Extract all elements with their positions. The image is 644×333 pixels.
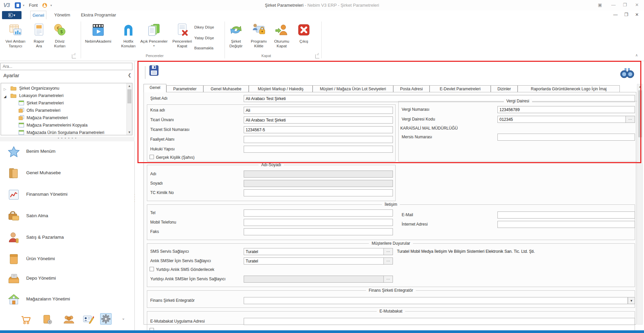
basamakla-button[interactable]: Basamakla bbox=[194, 44, 223, 52]
tab-logo-imaj[interactable]: Raporlarda Görüntülenecek Logo İçin İmaj bbox=[518, 85, 620, 92]
tab-parametreler[interactable]: Parametreler bbox=[166, 85, 203, 92]
hukuki-yapisi-input[interactable] bbox=[244, 146, 393, 153]
splitter-handle[interactable]: • • • • • • bbox=[0, 137, 135, 141]
tab-posta-adresi[interactable]: Posta Adresi bbox=[393, 85, 430, 92]
emutabakat-adresi-input[interactable] bbox=[244, 318, 635, 325]
restore-button[interactable]: ❐ bbox=[620, 2, 629, 8]
mdi-minimize-button[interactable]: — bbox=[611, 12, 620, 18]
dikey-dose-button[interactable]: Dikey Döşe bbox=[194, 23, 223, 31]
acik-pencereler-button[interactable]: Açık Pencereler▾ bbox=[138, 21, 169, 53]
ribbon-tab-yonetim[interactable]: Yönetim bbox=[50, 11, 74, 19]
tree-item[interactable]: Ofis Parametreleri bbox=[1, 107, 127, 114]
collapse-panel-icon[interactable]: ❮ bbox=[128, 73, 131, 78]
ribbon-tab-ekstra-programlar[interactable]: Ekstra Programlar bbox=[78, 11, 119, 19]
mersis-numarasi-input[interactable] bbox=[497, 134, 635, 141]
ribbon-collapse-icon[interactable]: ∧ bbox=[635, 53, 638, 57]
star-icon bbox=[7, 145, 20, 158]
sidebar-item-benim-menum[interactable]: Benim Menüm bbox=[0, 143, 134, 160]
dropdown-arrow-icon: ▾ bbox=[138, 44, 169, 48]
yurtdisi-sms-browse-button[interactable]: ⋯ bbox=[384, 276, 393, 283]
dialog-launcher-icon[interactable] bbox=[72, 54, 76, 58]
faaliyet-alani-input[interactable] bbox=[244, 136, 393, 143]
sidebar-item-urun-yonetimi[interactable]: Ürün Yönetimi bbox=[0, 251, 134, 268]
mobil-telefonu-input[interactable] bbox=[244, 219, 393, 226]
tab-genel-muhasebe[interactable]: Genel Muhasebe bbox=[203, 85, 249, 92]
mdi-close-button[interactable]: ✕ bbox=[633, 12, 641, 18]
ribbon-tab-genel[interactable]: Genel bbox=[30, 11, 46, 19]
toolbar-grip[interactable] bbox=[145, 66, 146, 79]
scroll-up-icon[interactable]: ▲ bbox=[638, 85, 642, 89]
field-label: Faaliyet Alanı bbox=[150, 136, 174, 143]
scrollbar-thumb[interactable] bbox=[638, 90, 642, 137]
cikis-button[interactable]: Çıkış bbox=[288, 21, 319, 53]
salesperson-icon bbox=[7, 231, 20, 244]
internet-adresi-input[interactable] bbox=[497, 221, 635, 228]
close-button[interactable]: ✕ bbox=[633, 2, 641, 8]
tc-kimlik-no-input[interactable] bbox=[244, 189, 393, 196]
tab-urun-lot-seviyeleri[interactable]: Müşteri / Mağaza Ürün Lot Seviyeleri bbox=[313, 85, 393, 92]
anlik-sms-browse-button[interactable]: ⋯ bbox=[384, 257, 393, 265]
menu-grid-icon bbox=[8, 13, 12, 17]
application-menu-button[interactable]: ▾ bbox=[2, 11, 22, 19]
sms-servis-browse-button[interactable]: ⋯ bbox=[384, 248, 393, 255]
gercek-kisilik-checkbox[interactable] bbox=[150, 155, 154, 159]
settings-gear-icon[interactable] bbox=[100, 313, 112, 325]
email-input[interactable] bbox=[497, 211, 635, 219]
tab-musteri-markup[interactable]: Müşteri Markup / Hakediş bbox=[249, 85, 313, 92]
vergi-numarasi-input[interactable] bbox=[497, 106, 635, 113]
mdi-restore-button[interactable]: ❐ bbox=[622, 12, 631, 18]
tab-e-devlet[interactable]: E-Devlet Parametreleri bbox=[430, 85, 491, 92]
nebimakademi-button[interactable]: NebimAkademi bbox=[83, 21, 114, 53]
save-button[interactable] bbox=[149, 65, 159, 78]
field-label: Şirket Adı bbox=[150, 95, 167, 102]
form-scrollbar[interactable]: ▲ bbox=[637, 84, 643, 325]
people-group-icon[interactable] bbox=[63, 314, 75, 325]
chevron-down-icon[interactable]: ⌄ bbox=[122, 316, 125, 321]
company-parameters-panel: Genel Parametreler Genel Muhasebe Müşter… bbox=[135, 61, 644, 330]
dropdown-arrow-icon[interactable]: ▼ bbox=[628, 297, 635, 304]
sidebar-item-magazalarin-yonetimi[interactable]: Mağazaların Yönetimi bbox=[0, 291, 134, 308]
ribbon-separator bbox=[81, 21, 81, 58]
tree-item[interactable]: Mağazada Ürün Sorgulama Parametreleri bbox=[1, 129, 127, 135]
contact-edit-icon[interactable] bbox=[83, 314, 94, 325]
sidebar-item-satin-alma[interactable]: Satın Alma bbox=[0, 208, 134, 225]
minimize-button[interactable]: — bbox=[609, 2, 618, 8]
pencereleri-kapat-button[interactable]: PencereleriKapat bbox=[167, 21, 198, 53]
tree-item[interactable]: ▷ Şirket Organizasyonu bbox=[1, 85, 127, 92]
field-label: Finans Şirketi Entegratör bbox=[150, 297, 195, 304]
sidebar-item-finansman-yonetimi[interactable]: Finansman Yönetimi bbox=[0, 186, 134, 203]
tree-item[interactable]: ◢ Lokasyon Parametreleri bbox=[1, 92, 127, 99]
scroll-up-icon[interactable]: ▲ bbox=[127, 83, 132, 89]
tel-input[interactable] bbox=[244, 209, 393, 217]
sidebar-item-genel-muhasebe[interactable]: Genel Muhasebe bbox=[0, 165, 134, 182]
ticari-unvani-input[interactable] bbox=[244, 116, 393, 124]
scrollbar-thumb[interactable] bbox=[127, 89, 131, 103]
sms-servis-input[interactable] bbox=[244, 248, 384, 255]
finans-entegrator-select[interactable] bbox=[244, 297, 628, 304]
sidebar-item-depo-yonetimi[interactable]: Depo Yönetimi bbox=[0, 270, 134, 287]
vergi-dairesi-browse-button[interactable]: ⋯ bbox=[626, 116, 635, 123]
vergi-dairesi-kodu-input[interactable] bbox=[497, 116, 626, 123]
search-input[interactable] bbox=[0, 63, 132, 70]
doviz-kurlari-button[interactable]: €$ DövizKurları bbox=[44, 21, 75, 53]
product-settings-icon[interactable] bbox=[42, 314, 53, 325]
ticaret-sicil-input[interactable] bbox=[244, 126, 393, 133]
tree-scrollbar[interactable]: ▲ ▼ bbox=[126, 83, 132, 135]
sales-cart-icon[interactable] bbox=[20, 314, 32, 325]
anlik-sms-servis-input[interactable] bbox=[244, 257, 384, 265]
group-title: Vergi Dairesi bbox=[504, 99, 532, 103]
faks-input[interactable] bbox=[244, 228, 393, 235]
sidebar-item-satis-pazarlama[interactable]: Satış & Pazarlama bbox=[0, 229, 134, 246]
tree-item[interactable]: Mağaza Parametrelerini Kopyala bbox=[1, 122, 127, 129]
yatay-dose-button[interactable]: Yatay Döşe bbox=[194, 34, 223, 42]
yurtdisi-anlik-sms-checkbox[interactable] bbox=[150, 267, 154, 271]
fullscreen-icon[interactable]: ▣ bbox=[596, 2, 604, 8]
binoculars-search-icon[interactable] bbox=[620, 67, 635, 80]
tree-item[interactable]: Mağaza Parametreleri bbox=[1, 114, 127, 122]
kisa-adi-input[interactable] bbox=[244, 107, 393, 114]
tree-item[interactable]: Şirket Parametreleri bbox=[1, 99, 127, 107]
scroll-down-icon[interactable]: ▼ bbox=[127, 130, 132, 135]
tab-dizinler[interactable]: Dizinler bbox=[491, 85, 518, 92]
dialog-launcher-icon[interactable] bbox=[315, 54, 319, 58]
tab-genel[interactable]: Genel bbox=[144, 84, 166, 92]
